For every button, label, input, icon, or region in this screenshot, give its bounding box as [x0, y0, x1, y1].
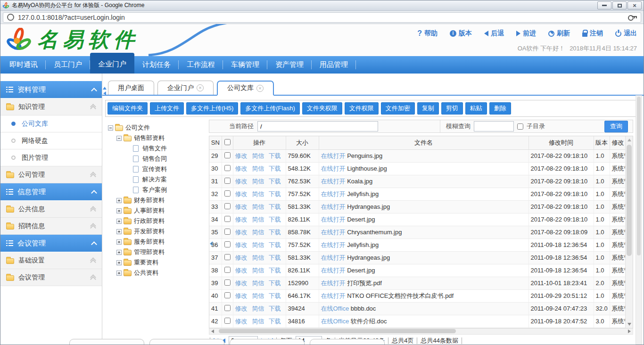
nav-tab[interactable]: 即时通讯 — [1, 56, 46, 74]
toolbar-button[interactable]: 文件加密 — [381, 102, 415, 115]
forward-link[interactable]: 前进 — [516, 29, 536, 38]
row-checkbox[interactable] — [224, 292, 231, 298]
toolbar-button[interactable]: 剪切 — [441, 102, 463, 115]
close-button[interactable]: × — [627, 1, 642, 9]
sidebar-item[interactable]: 网络硬盘 — [0, 132, 102, 149]
row-checkbox[interactable] — [224, 203, 231, 209]
chevron-up-icon[interactable] — [91, 88, 97, 94]
message-link[interactable]: 简信 — [252, 292, 264, 299]
edit-link[interactable]: 修改 — [235, 152, 248, 159]
edit-link[interactable]: 修改 — [235, 190, 248, 197]
message-link[interactable]: 简信 — [252, 305, 264, 312]
tree-toggle-icon[interactable] — [116, 198, 122, 203]
toolbar-button[interactable]: 文件夹权限 — [302, 102, 342, 115]
row-checkbox[interactable] — [224, 152, 231, 158]
message-link[interactable]: 简信 — [252, 203, 264, 210]
scroll-up-icon[interactable] — [103, 87, 107, 90]
scroll-down-icon[interactable] — [627, 323, 631, 326]
nav-tab[interactable]: 资产管理 — [267, 56, 312, 74]
double-chevron-up-icon[interactable] — [91, 206, 96, 212]
tree-toggle-icon[interactable] — [116, 250, 122, 255]
sidebar-item[interactable]: 图片管理 — [0, 149, 102, 166]
row-checkbox[interactable] — [224, 165, 231, 171]
nav-tab[interactable]: 车辆管理 — [223, 56, 267, 74]
page-scrollbar[interactable] — [636, 95, 642, 345]
open-online-link[interactable]: 在线Office — [321, 305, 349, 312]
edit-link[interactable]: 修改 — [235, 203, 248, 210]
open-online-link[interactable]: 在线Office — [321, 318, 349, 325]
edit-link[interactable]: 修改 — [235, 229, 248, 236]
tree-node[interactable]: 重要资料 — [107, 257, 209, 268]
nav-tab[interactable]: 工作流程 — [179, 56, 223, 74]
download-link[interactable]: 下载 — [269, 190, 281, 197]
edit-link[interactable]: 修改 — [235, 267, 248, 274]
sidebar-item[interactable]: 招聘信息 — [0, 218, 102, 235]
sidebar-item[interactable]: 公共信息 — [0, 201, 102, 218]
subdir-checkbox[interactable] — [517, 123, 523, 130]
open-online-link[interactable]: 在线打开 — [321, 178, 346, 185]
tree-node[interactable]: 销售合同 — [107, 154, 209, 164]
download-link[interactable]: 下载 — [269, 165, 281, 172]
open-online-link[interactable]: 在线打开 — [321, 267, 346, 274]
edit-link[interactable]: 修改 — [235, 318, 248, 325]
content-tab[interactable]: 公司文库 × — [217, 81, 274, 96]
scrollbar-thumb[interactable] — [637, 97, 641, 255]
refresh-link[interactable]: 刷新 — [548, 29, 570, 38]
toolbar-button[interactable]: 上传文件 — [150, 102, 184, 115]
message-link[interactable]: 简信 — [252, 190, 264, 197]
scrollbar-thumb[interactable] — [627, 145, 632, 256]
scrollbar-thumb[interactable] — [219, 329, 456, 333]
toolbar-button[interactable]: 多文件上传(Flash) — [240, 102, 299, 115]
close-tab-icon[interactable]: × — [256, 85, 264, 92]
message-link[interactable]: 简信 — [252, 229, 264, 236]
nav-tab[interactable]: 企业门户 — [90, 53, 134, 74]
collapse-sidebar-icon[interactable] — [103, 91, 106, 95]
double-chevron-up-icon[interactable] — [91, 223, 96, 229]
toolbar-button[interactable]: 粘贴 — [465, 102, 487, 115]
row-checkbox[interactable] — [224, 229, 231, 235]
tree-node[interactable]: 行政部资料 — [107, 216, 209, 226]
maximize-button[interactable] — [612, 1, 627, 9]
help-link[interactable]: 帮助 — [417, 29, 438, 38]
download-link[interactable]: 下载 — [269, 229, 281, 236]
tree-node[interactable]: 公共资料 — [107, 268, 209, 278]
tree-toggle-icon[interactable] — [116, 260, 122, 265]
message-link[interactable]: 简信 — [252, 178, 264, 185]
scroll-right-icon[interactable] — [628, 329, 631, 333]
message-link[interactable]: 简信 — [252, 165, 264, 172]
toolbar-button[interactable]: 文件权限 — [345, 102, 379, 115]
sidebar-item[interactable]: 知识管理 — [0, 99, 102, 115]
edit-link[interactable]: 修改 — [235, 165, 248, 172]
select-all-checkbox[interactable] — [224, 139, 231, 145]
nav-tab[interactable]: 用品管理 — [312, 56, 356, 74]
tree-toggle-icon[interactable] — [116, 219, 122, 224]
tree-node[interactable]: 客户案例 — [107, 185, 209, 195]
nav-tab[interactable]: 计划任务 — [134, 56, 179, 74]
download-link[interactable]: 下载 — [269, 267, 281, 274]
table-vertical-scrollbar[interactable] — [625, 136, 633, 328]
sidebar-item[interactable]: 会议管理 — [0, 235, 102, 252]
tree-toggle-icon[interactable] — [116, 271, 122, 276]
open-online-link[interactable]: 在线打开 — [321, 254, 346, 261]
back-link[interactable]: 后退 — [484, 29, 504, 38]
nav-tab[interactable]: 员工门户 — [46, 56, 90, 74]
message-link[interactable]: 简信 — [252, 254, 264, 261]
table-horizontal-scrollbar[interactable] — [209, 329, 633, 335]
open-online-link[interactable]: 在线打开 — [321, 279, 346, 287]
open-online-link[interactable]: 在线打开 — [321, 165, 346, 172]
download-link[interactable]: 下载 — [269, 216, 281, 223]
download-link[interactable]: 下载 — [269, 254, 281, 261]
sidebar-item[interactable]: 公司文库 — [0, 115, 102, 132]
download-link[interactable]: 下载 — [269, 152, 281, 159]
row-checkbox[interactable] — [224, 254, 231, 260]
sidebar-item[interactable]: 资料管理 — [0, 81, 102, 99]
download-link[interactable]: 下载 — [269, 178, 281, 185]
row-checkbox[interactable] — [224, 279, 231, 286]
path-input[interactable] — [257, 121, 378, 131]
tree-node[interactable]: 管理部资料 — [107, 247, 209, 257]
row-checkbox[interactable] — [224, 318, 231, 324]
key-icon[interactable] — [628, 15, 637, 19]
sidebar-item[interactable]: 会议管理 — [0, 269, 102, 286]
tree-toggle-icon[interactable] — [116, 229, 122, 234]
edit-link[interactable]: 修改 — [235, 305, 248, 312]
